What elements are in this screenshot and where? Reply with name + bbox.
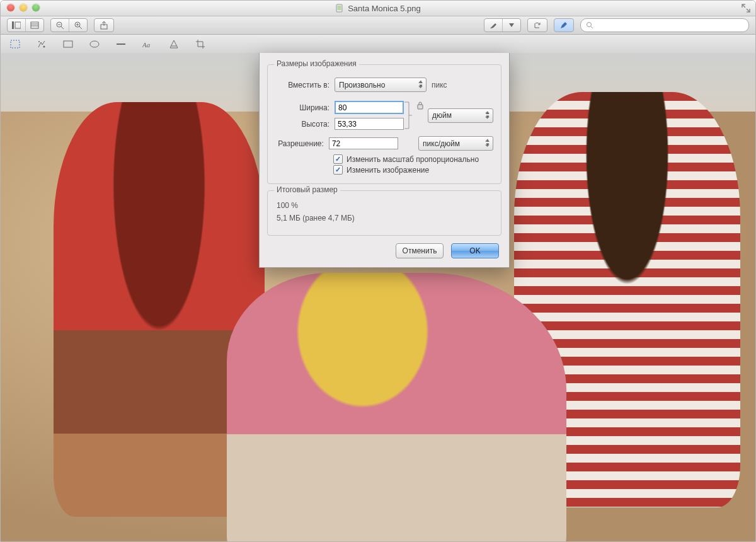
svg-text:Aa: Aa [142,41,151,49]
svg-line-8 [61,26,64,29]
scale-proportionally-label: Изменить масштаб пропорционально [346,155,479,164]
svg-rect-25 [418,105,423,109]
width-label: Ширина: [275,103,335,112]
svg-point-21 [90,41,99,47]
dimensions-section-label: Размеры изображения [274,59,359,68]
svg-point-18 [43,46,45,48]
resize-dialog: Размеры изображения Вместить в: Произвол… [259,53,510,268]
resolution-unit-select[interactable]: пикс/дюйм ▲▼ [418,136,493,151]
resolution-input[interactable] [329,137,398,149]
search-field[interactable] [580,18,749,32]
resolution-label: Разрешение: [275,139,329,148]
wh-unit-select[interactable]: дюйм ▲▼ [428,108,493,123]
thumbnails-view-button[interactable] [8,19,26,32]
instant-alpha-tool[interactable] [36,38,47,50]
link-bracket-icon [404,101,413,130]
content-view-button[interactable] [26,19,43,32]
fit-into-label: Вместить в: [275,81,335,89]
document-icon [335,4,344,13]
result-size: 5,1 МБ (ранее 4,7 МБ) [277,214,492,222]
main-toolbar [1,16,755,35]
titlebar: Santa Monica 5.png [1,1,755,16]
app-window: Santa Monica 5.png A [0,0,756,542]
zoom-group [50,18,88,32]
svg-rect-1 [338,6,341,10]
svg-rect-17 [11,40,20,48]
rectangular-selection-tool[interactable] [9,38,21,50]
ellipse-shape-tool[interactable] [89,38,100,50]
lock-icon[interactable] [416,101,424,112]
view-mode-group [7,18,44,32]
highlight-button[interactable] [484,19,503,32]
svg-point-15 [587,23,592,27]
svg-rect-20 [64,41,72,47]
highlight-menu-button[interactable] [503,19,520,32]
fit-unit-label: пикс [432,81,447,89]
cancel-button[interactable]: Отменить [396,243,444,258]
result-section-label: Итоговый размер [274,185,340,194]
zoom-in-button[interactable] [69,19,87,32]
line-tool[interactable] [115,38,127,50]
edit-toolbar: Aa [1,35,755,54]
rectangle-shape-tool[interactable] [62,38,74,50]
scale-proportionally-checkbox[interactable] [333,154,343,164]
crop-tool[interactable] [195,38,206,50]
text-tool[interactable]: Aa [142,38,153,50]
svg-rect-3 [15,22,21,28]
height-label: Высота: [275,120,335,129]
svg-rect-2 [12,21,14,29]
svg-line-16 [591,26,593,28]
svg-rect-4 [31,22,38,28]
window-title: Santa Monica 5.png [1,4,755,13]
markup-group-left [484,18,521,32]
share-button[interactable] [94,18,114,32]
fit-into-select[interactable]: Произвольно ▲▼ [335,78,427,92]
svg-line-11 [79,26,82,29]
result-section: Итоговый размер 100 % 5,1 МБ (ранее 4,7 … [267,190,501,236]
svg-point-19 [38,41,40,42]
width-input[interactable] [335,101,404,114]
ok-button[interactable]: OK [451,243,499,258]
zoom-out-button[interactable] [51,19,69,32]
fullscreen-button[interactable] [740,3,752,14]
search-icon [586,21,593,29]
height-input[interactable] [335,118,404,130]
result-percent: 100 % [277,201,492,210]
adjust-color-tool[interactable] [168,38,180,50]
rotate-button[interactable] [527,18,547,32]
window-title-text: Santa Monica 5.png [348,4,421,13]
edit-toolbar-button[interactable] [554,18,574,32]
resample-image-label: Изменить изображение [346,166,429,175]
resample-image-checkbox[interactable] [333,165,343,175]
